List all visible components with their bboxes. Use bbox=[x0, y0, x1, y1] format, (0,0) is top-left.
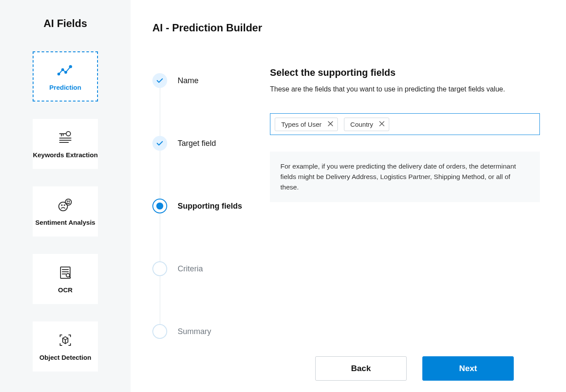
sidebar-item-prediction[interactable]: Prediction bbox=[33, 51, 98, 101]
step-status-current-icon bbox=[152, 199, 167, 213]
svg-point-15 bbox=[65, 199, 71, 205]
keywords-icon bbox=[56, 128, 74, 147]
step-status-pending-icon bbox=[152, 324, 167, 339]
chip-remove-icon[interactable] bbox=[328, 121, 333, 128]
sidebar-item-label: Keywords Extraction bbox=[33, 151, 98, 159]
sidebar-item-label: Prediction bbox=[49, 84, 81, 92]
sidebar-item-sentiment-analysis[interactable]: Sentiment Analysis bbox=[33, 186, 98, 237]
svg-point-5 bbox=[66, 132, 71, 136]
step-label: Supporting fields bbox=[178, 202, 242, 211]
step-target-field[interactable]: Target field bbox=[152, 136, 270, 151]
example-help-text: For example, if you were predicting the … bbox=[270, 152, 540, 202]
step-label: Name bbox=[178, 76, 199, 85]
sidebar-item-label: Object Detection bbox=[39, 354, 91, 362]
chip-types-of-user[interactable]: Types of User bbox=[275, 118, 338, 131]
content-heading: Select the supporting fields bbox=[270, 67, 540, 78]
sidebar-title: AI Fields bbox=[44, 17, 87, 30]
step-status-done-icon bbox=[152, 73, 167, 88]
step-label: Criteria bbox=[178, 264, 203, 274]
content-pane: Select the supporting fields These are t… bbox=[270, 73, 540, 202]
page-title: AI - Prediction Builder bbox=[152, 22, 540, 34]
wizard-row: Name Target field Supporting fields Crit… bbox=[152, 73, 540, 339]
sidebar-card-list: Prediction Keywords Extraction bbox=[33, 51, 98, 372]
step-status-done-icon bbox=[152, 136, 167, 151]
svg-point-1 bbox=[62, 69, 64, 71]
chip-remove-icon[interactable] bbox=[379, 121, 384, 128]
back-button[interactable]: Back bbox=[315, 356, 407, 381]
sidebar-item-keywords-extraction[interactable]: Keywords Extraction bbox=[33, 119, 98, 169]
svg-point-12 bbox=[59, 202, 67, 211]
svg-point-4 bbox=[70, 66, 71, 67]
sidebar-item-label: OCR bbox=[58, 286, 72, 294]
svg-point-17 bbox=[69, 201, 69, 201]
svg-point-2 bbox=[65, 71, 67, 73]
svg-point-14 bbox=[64, 205, 65, 206]
prediction-icon bbox=[56, 61, 74, 79]
step-summary[interactable]: Summary bbox=[152, 324, 270, 339]
object-detection-icon bbox=[56, 331, 74, 349]
next-button[interactable]: Next bbox=[422, 356, 514, 381]
stepper: Name Target field Supporting fields Crit… bbox=[152, 73, 270, 339]
sidebar: AI Fields Prediction bbox=[0, 0, 131, 392]
sentiment-icon bbox=[56, 196, 74, 214]
sidebar-item-label: Sentiment Analysis bbox=[35, 219, 95, 227]
supporting-fields-input[interactable]: Types of User Country bbox=[270, 113, 540, 135]
chip-label: Country bbox=[350, 121, 374, 128]
sidebar-item-ocr[interactable]: OCR bbox=[33, 254, 98, 304]
footer-buttons: Back Next bbox=[152, 339, 540, 381]
content-description: These are the fields that you want to us… bbox=[270, 85, 540, 93]
svg-point-13 bbox=[61, 205, 62, 206]
step-label: Target field bbox=[178, 139, 216, 148]
step-label: Summary bbox=[178, 327, 211, 336]
step-criteria[interactable]: Criteria bbox=[152, 261, 270, 276]
step-supporting-fields[interactable]: Supporting fields bbox=[152, 199, 270, 213]
chip-label: Types of User bbox=[281, 121, 322, 128]
main-panel: AI - Prediction Builder Name Target fiel… bbox=[131, 0, 566, 392]
step-name[interactable]: Name bbox=[152, 73, 270, 88]
svg-point-16 bbox=[67, 201, 67, 201]
step-status-pending-icon bbox=[152, 261, 167, 276]
sidebar-item-object-detection[interactable]: Object Detection bbox=[33, 321, 98, 372]
svg-point-0 bbox=[58, 73, 60, 75]
ocr-icon bbox=[56, 264, 74, 282]
chip-country[interactable]: Country bbox=[344, 118, 390, 131]
